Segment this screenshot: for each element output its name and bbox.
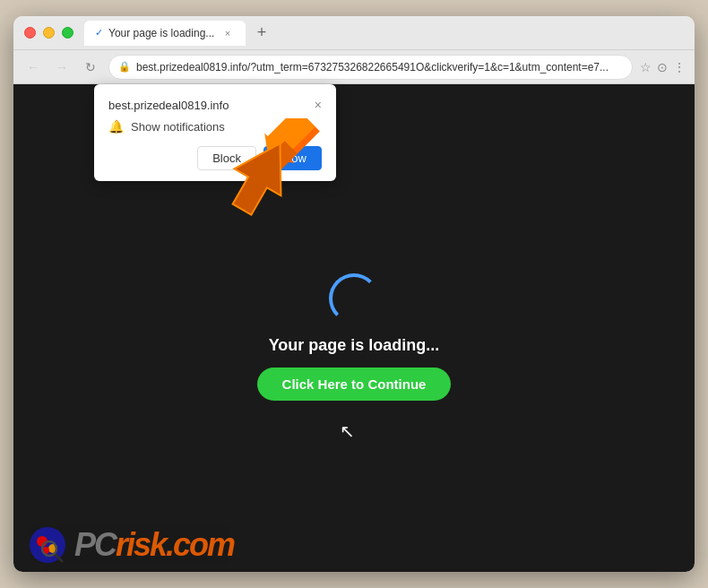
title-bar: ✓ Your page is loading... × + xyxy=(13,16,695,50)
popup-notification-text: Show notifications xyxy=(131,120,225,134)
tab-title: Your page is loading... xyxy=(108,27,215,39)
allow-button[interactable]: Allow xyxy=(263,146,322,170)
block-button[interactable]: Block xyxy=(197,146,256,170)
risk-text: risk.com xyxy=(116,526,234,563)
notification-popup: best.prizedeal0819.info × 🔔 Show notific… xyxy=(94,84,336,181)
traffic-lights xyxy=(24,27,73,39)
address-actions: ☆ ⊙ ⋮ xyxy=(640,60,686,74)
refresh-button[interactable]: ↻ xyxy=(80,56,101,78)
maximize-button[interactable] xyxy=(62,27,73,39)
menu-icon[interactable]: ⋮ xyxy=(673,60,686,74)
minimize-button[interactable] xyxy=(43,27,55,39)
address-bar: ← → ↻ 🔒 best.prizedeal0819.info/?utm_ter… xyxy=(13,50,695,84)
watermark: PCrisk.com xyxy=(28,525,234,565)
popup-notification-row: 🔔 Show notifications xyxy=(108,119,322,134)
bell-icon: 🔔 xyxy=(108,119,124,134)
popup-close-icon[interactable]: × xyxy=(315,99,322,111)
address-input[interactable]: 🔒 best.prizedeal0819.info/?utm_term=6732… xyxy=(108,55,633,80)
back-button[interactable]: ← xyxy=(22,56,44,78)
page-content: best.prizedeal0819.info × 🔔 Show notific… xyxy=(13,84,695,572)
url-text: best.prizedeal0819.info/?utm_term=673275… xyxy=(136,61,623,74)
pc-text: PC xyxy=(74,526,116,563)
loading-spinner xyxy=(329,273,379,324)
pcrisk-logo xyxy=(28,525,67,565)
tab-close-icon[interactable]: × xyxy=(220,26,235,40)
popup-domain: best.prizedeal0819.info xyxy=(108,99,229,112)
loading-content: Your page is loading... Click Here to Co… xyxy=(257,273,452,401)
active-tab[interactable]: ✓ Your page is loading... × xyxy=(84,21,246,46)
mouse-cursor: ↖ xyxy=(340,420,355,442)
watermark-text: PCrisk.com xyxy=(74,526,234,564)
bookmark-icon[interactable]: ☆ xyxy=(640,60,652,74)
tab-favicon-icon: ✓ xyxy=(95,27,103,39)
forward-button[interactable]: → xyxy=(51,56,73,78)
popup-buttons: Block Allow xyxy=(108,146,322,170)
browser-window: ✓ Your page is loading... × + ← → ↻ 🔒 be… xyxy=(13,16,695,572)
popup-header: best.prizedeal0819.info × xyxy=(108,99,322,112)
tab-bar: ✓ Your page is loading... × + xyxy=(84,21,684,46)
continue-button[interactable]: Click Here to Continue xyxy=(257,368,452,401)
new-tab-button[interactable]: + xyxy=(249,21,274,46)
loading-text: Your page is loading... xyxy=(269,336,440,355)
close-button[interactable] xyxy=(24,27,36,39)
lock-icon: 🔒 xyxy=(118,61,131,73)
profile-icon[interactable]: ⊙ xyxy=(657,60,668,74)
